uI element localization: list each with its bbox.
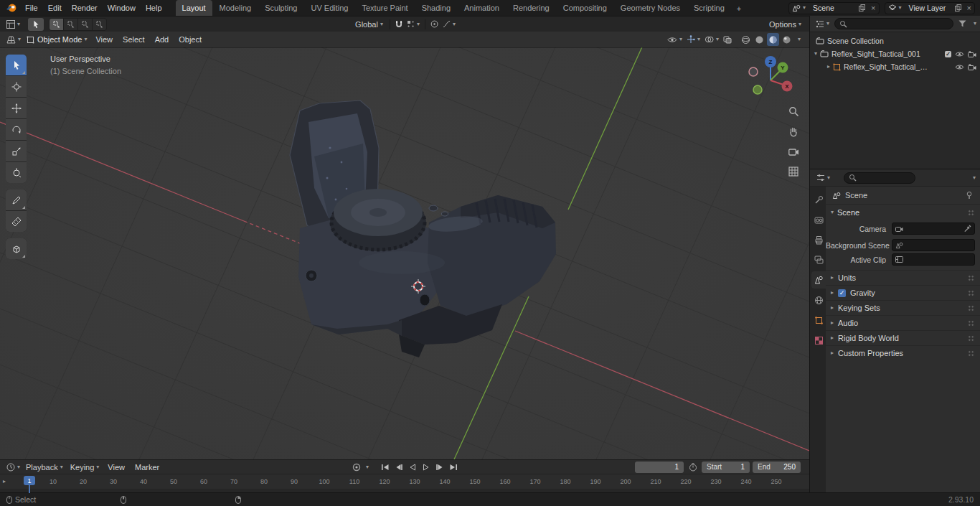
options-dropdown[interactable]: Options ▾ — [765, 18, 805, 30]
tab-render-properties[interactable] — [811, 211, 826, 228]
panel-grip[interactable] — [968, 210, 975, 216]
menu-render[interactable]: Render — [67, 0, 103, 16]
panel-custom-properties[interactable]: ▸ Custom Properties — [826, 345, 980, 360]
menu-window[interactable]: Window — [103, 0, 141, 16]
panel-grip[interactable] — [968, 320, 975, 327]
select-mode-extend[interactable] — [64, 19, 77, 30]
menu-help[interactable]: Help — [141, 0, 167, 16]
tab-geometry-nodes[interactable]: Geometry Nodes — [614, 0, 687, 16]
snap-toggle-button[interactable] — [393, 18, 405, 30]
scene-panel-header[interactable]: ▾ Scene — [826, 205, 980, 220]
tab-texture-properties[interactable] — [811, 332, 826, 349]
expand-icon[interactable]: ▾ — [814, 51, 817, 57]
scene-browse-button[interactable]: ▾ — [789, 3, 809, 14]
select-mode-new[interactable] — [50, 19, 63, 30]
current-frame-field[interactable]: 1 — [635, 462, 684, 473]
view-layer-name-field[interactable]: View Layer — [905, 4, 952, 12]
jump-to-start-button[interactable] — [379, 462, 391, 473]
timeline-editor-type-button[interactable]: ▾ — [4, 461, 22, 473]
shading-solid-button[interactable] — [753, 33, 765, 46]
tab-sculpting[interactable]: Sculpting — [258, 0, 303, 16]
pin-id-button[interactable] — [965, 191, 974, 200]
active-tool-button[interactable] — [28, 18, 44, 31]
camera-view-control[interactable] — [787, 145, 800, 158]
viewport-menu-view[interactable]: View — [90, 32, 118, 47]
remove-view-layer-button[interactable]: × — [964, 3, 974, 14]
outliner-options-dropdown[interactable]: ▾ — [974, 21, 976, 27]
background-scene-field[interactable] — [892, 239, 975, 251]
end-frame-field[interactable]: End 250 — [753, 462, 801, 473]
zoom-control[interactable] — [787, 105, 800, 118]
pan-control[interactable] — [787, 125, 800, 138]
panel-rigid-body-world[interactable]: ▸ Rigid Body World — [826, 330, 980, 345]
tab-rendering[interactable]: Rendering — [507, 0, 556, 16]
add-workspace-button[interactable]: + — [732, 1, 746, 16]
panel-grip[interactable] — [968, 305, 975, 311]
disable-in-render-toggle[interactable] — [968, 64, 976, 70]
proportional-falloff-dropdown[interactable]: ▾ — [440, 18, 458, 30]
properties-editor-type-button[interactable]: ▾ — [814, 172, 832, 184]
tab-texture-paint[interactable]: Texture Paint — [355, 0, 414, 16]
tab-layout[interactable]: Layout — [176, 0, 212, 16]
shading-wireframe-button[interactable] — [740, 33, 752, 46]
tab-world-properties[interactable] — [811, 291, 826, 309]
active-clip-field[interactable] — [892, 253, 975, 266]
blender-logo-icon[interactable] — [6, 3, 18, 13]
tool-add-cube[interactable] — [6, 238, 27, 259]
select-mode-subtract[interactable] — [78, 19, 92, 30]
transform-orientation-dropdown[interactable]: Global ▾ — [352, 18, 387, 30]
panel-grip[interactable] — [968, 275, 975, 281]
keying-menu[interactable]: Keying▾ — [67, 461, 103, 473]
tool-annotate[interactable] — [6, 189, 27, 210]
xray-toggle[interactable] — [722, 33, 733, 46]
viewport-menu-select[interactable]: Select — [118, 32, 150, 47]
panel-gravity[interactable]: ▸ ✓ Gravity — [826, 285, 980, 300]
outliner-row-scene-collection[interactable]: Scene Collection — [810, 34, 980, 47]
tab-view-layer-properties[interactable] — [811, 251, 826, 268]
preview-range-button[interactable] — [687, 462, 699, 473]
panel-audio[interactable]: ▸ Audio — [826, 315, 980, 330]
timeline-tracks[interactable] — [0, 489, 809, 492]
navigation-gizmo[interactable]: Z Y X — [742, 50, 799, 108]
timeline-menu-marker[interactable]: Marker — [130, 459, 164, 475]
start-frame-field[interactable]: Start 1 — [702, 462, 750, 473]
keying-popover-button[interactable]: ▾ — [366, 464, 369, 470]
camera-field[interactable] — [892, 222, 975, 235]
gizmos-dropdown[interactable]: ▾ — [685, 33, 702, 46]
perspective-toggle-control[interactable] — [787, 165, 800, 178]
panel-keying-sets[interactable]: ▸ Keying Sets — [826, 300, 980, 315]
outliner-row-object-002[interactable]: ▸ Reflex_Sight_Tactical_002 — [810, 60, 980, 73]
panel-grip[interactable] — [968, 335, 975, 342]
tool-move[interactable] — [6, 98, 27, 118]
tool-select-box[interactable] — [6, 55, 27, 75]
outliner-search[interactable] — [834, 18, 953, 29]
menu-edit[interactable]: Edit — [43, 0, 67, 16]
hide-in-viewport-toggle[interactable] — [955, 64, 964, 70]
properties-options-dropdown[interactable]: ▾ — [973, 175, 976, 181]
tool-cursor[interactable] — [6, 76, 27, 97]
timeline-menu-view[interactable]: View — [103, 459, 130, 475]
current-frame-indicator[interactable]: 1 — [24, 476, 35, 485]
timeline-ruler[interactable]: ▸ 10 20 30 40 50 60 70 80 90 100 110 120… — [0, 474, 809, 489]
next-keyframe-button[interactable] — [433, 462, 446, 473]
outliner-editor-type-button[interactable]: ▾ — [814, 18, 831, 30]
overlays-dropdown[interactable]: ▾ — [703, 33, 720, 46]
properties-search-input[interactable] — [859, 174, 910, 182]
outliner-search-input[interactable] — [850, 20, 948, 28]
panel-grip[interactable] — [968, 290, 975, 296]
outliner-filter-button[interactable] — [956, 18, 969, 30]
tab-tool-properties[interactable] — [811, 191, 826, 208]
unlink-scene-button[interactable]: × — [868, 3, 878, 14]
viewport-editor-type-button[interactable]: ▾ — [4, 34, 23, 46]
expand-icon[interactable]: ▸ — [827, 64, 830, 70]
tool-transform[interactable] — [6, 162, 27, 183]
properties-search[interactable] — [844, 172, 915, 184]
play-button[interactable] — [420, 462, 432, 473]
tab-modeling[interactable]: Modeling — [213, 0, 258, 16]
auto-keying-button[interactable] — [350, 462, 362, 473]
tab-output-properties[interactable] — [811, 231, 826, 248]
tool-measure[interactable] — [6, 211, 27, 232]
scene-name-field[interactable]: Scene — [809, 4, 856, 12]
editor-type-button[interactable]: ▾ — [4, 18, 22, 30]
shading-rendered-button[interactable] — [781, 33, 793, 46]
